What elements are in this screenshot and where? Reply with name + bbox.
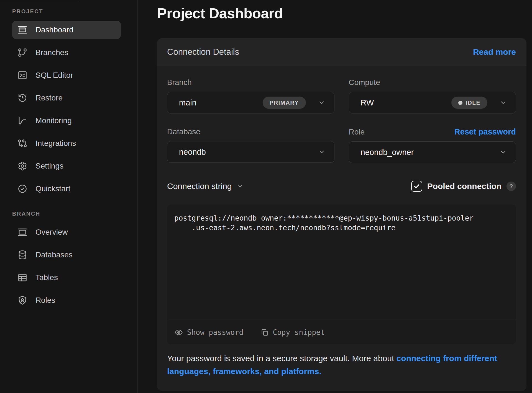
role-value: neondb_owner xyxy=(361,148,414,157)
branches-icon xyxy=(17,47,28,58)
chevron-down-icon xyxy=(500,149,507,156)
sql-editor-icon xyxy=(17,70,28,81)
branch-value: main xyxy=(179,98,196,107)
reset-password-link[interactable]: Reset password xyxy=(454,127,516,136)
sidebar-section-project-title: PROJECT xyxy=(12,8,121,15)
sidebar: PROJECT Dashboard Branches SQL Editor xyxy=(0,0,138,393)
sidebar-item-label: Settings xyxy=(35,162,63,170)
compute-value: RW xyxy=(361,98,374,107)
eye-icon xyxy=(174,328,183,337)
sidebar-item-label: Monitoring xyxy=(35,116,72,125)
pooled-connection-checkbox[interactable] xyxy=(411,181,422,192)
password-vault-note: Your password is saved in a secure stora… xyxy=(167,352,516,378)
sidebar-item-dashboard[interactable]: Dashboard xyxy=(12,21,121,39)
connection-string-toggle[interactable]: Connection string xyxy=(167,182,243,191)
tables-icon xyxy=(17,272,28,283)
chevron-down-icon xyxy=(318,148,325,156)
page-title: Project Dashboard xyxy=(157,5,526,22)
primary-badge: PRIMARY xyxy=(263,97,306,109)
sidebar-item-label: Tables xyxy=(35,273,58,282)
connection-string-line1: postgresql://neondb_owner:************@e… xyxy=(174,214,474,222)
password-vault-note-text: Your password is saved in a secure stora… xyxy=(167,354,397,363)
branch-field: Branch main PRIMARY xyxy=(167,78,334,113)
database-value: neondb xyxy=(179,148,206,157)
sidebar-item-label: Dashboard xyxy=(35,25,73,34)
sidebar-project-nav: Dashboard Branches SQL Editor Restore xyxy=(12,21,121,198)
databases-icon xyxy=(17,250,28,260)
show-password-button[interactable]: Show password xyxy=(174,328,244,337)
sidebar-item-databases[interactable]: Databases xyxy=(12,246,121,264)
compute-label: Compute xyxy=(349,78,380,87)
restore-icon xyxy=(17,93,28,103)
overview-icon xyxy=(17,227,28,237)
connection-fields-grid: Branch main PRIMARY Compute xyxy=(167,78,516,163)
sidebar-item-settings[interactable]: Settings xyxy=(12,157,121,175)
branch-select[interactable]: main PRIMARY xyxy=(167,92,334,113)
sidebar-item-label: Overview xyxy=(35,228,68,237)
roles-icon xyxy=(17,295,28,306)
sidebar-item-sql-editor[interactable]: SQL Editor xyxy=(12,66,121,84)
read-more-link[interactable]: Read more xyxy=(473,47,516,57)
sidebar-item-label: Quickstart xyxy=(35,184,70,193)
sidebar-item-branches[interactable]: Branches xyxy=(12,43,121,62)
sidebar-item-label: Roles xyxy=(35,296,55,305)
database-label: Database xyxy=(167,127,200,136)
idle-badge-label: IDLE xyxy=(466,99,480,106)
database-select[interactable]: neondb xyxy=(167,141,334,163)
dashboard-icon xyxy=(17,25,28,35)
help-icon[interactable]: ? xyxy=(507,182,516,191)
card-body: Branch main PRIMARY Compute xyxy=(157,66,526,391)
primary-badge-label: PRIMARY xyxy=(270,99,299,106)
sidebar-item-label: SQL Editor xyxy=(35,71,73,80)
monitoring-icon xyxy=(17,115,28,126)
app-root: PROJECT Dashboard Branches SQL Editor xyxy=(0,0,532,393)
integrations-icon xyxy=(17,138,28,149)
chevron-down-icon xyxy=(237,183,243,189)
sidebar-item-label: Restore xyxy=(35,94,63,102)
sidebar-item-restore[interactable]: Restore xyxy=(12,89,121,107)
sidebar-item-integrations[interactable]: Integrations xyxy=(12,134,121,152)
settings-icon xyxy=(17,161,28,171)
card-title: Connection Details xyxy=(167,47,239,57)
sidebar-item-tables[interactable]: Tables xyxy=(12,268,121,287)
copy-snippet-button[interactable]: Copy snippet xyxy=(260,328,325,337)
connection-string-text: postgresql://neondb_owner:************@e… xyxy=(167,205,516,320)
sidebar-top-divider xyxy=(0,2,79,2)
card-header: Connection Details Read more xyxy=(157,38,526,66)
pooled-connection-label[interactable]: Pooled connection xyxy=(427,182,502,191)
connection-string-box: postgresql://neondb_owner:************@e… xyxy=(167,205,516,344)
idle-badge: IDLE xyxy=(451,97,487,109)
sidebar-item-label: Integrations xyxy=(35,139,76,148)
status-dot xyxy=(458,101,462,105)
check-icon xyxy=(413,183,420,190)
sidebar-item-overview[interactable]: Overview xyxy=(12,223,121,241)
connection-string-line2: .us-east-2.aws.neon.tech/neondb?sslmode=… xyxy=(174,224,395,232)
code-footer: Show password Copy snippet xyxy=(167,320,516,344)
sidebar-section-branch-title: BRANCH xyxy=(12,211,121,217)
copy-icon xyxy=(260,328,269,337)
chevron-down-icon xyxy=(500,99,507,106)
copy-snippet-label: Copy snippet xyxy=(273,328,325,337)
chevron-down-icon xyxy=(318,99,325,106)
quickstart-icon xyxy=(17,183,28,194)
pooled-connection-group: Pooled connection ? xyxy=(411,181,516,192)
sidebar-item-monitoring[interactable]: Monitoring xyxy=(12,112,121,130)
role-select[interactable]: neondb_owner xyxy=(349,141,516,163)
connection-string-label: Connection string xyxy=(167,182,232,191)
main-content: Project Dashboard Connection Details Rea… xyxy=(138,0,532,393)
compute-select[interactable]: RW IDLE xyxy=(349,92,516,113)
compute-field: Compute RW IDLE xyxy=(349,78,516,113)
role-label: Role xyxy=(349,128,365,136)
sidebar-item-quickstart[interactable]: Quickstart xyxy=(12,180,121,198)
connection-string-row: Connection string Pooled connection ? xyxy=(167,181,516,192)
sidebar-item-label: Branches xyxy=(35,48,68,57)
role-field: Role Reset password neondb_owner xyxy=(349,127,516,163)
database-field: Database neondb xyxy=(167,127,334,163)
sidebar-item-label: Databases xyxy=(35,250,73,259)
show-password-label: Show password xyxy=(187,328,244,337)
branch-label: Branch xyxy=(167,78,192,87)
sidebar-branch-nav: Overview Databases Tables Roles xyxy=(12,223,121,309)
sidebar-item-roles[interactable]: Roles xyxy=(12,291,121,309)
connection-details-card: Connection Details Read more Branch main… xyxy=(157,38,526,391)
